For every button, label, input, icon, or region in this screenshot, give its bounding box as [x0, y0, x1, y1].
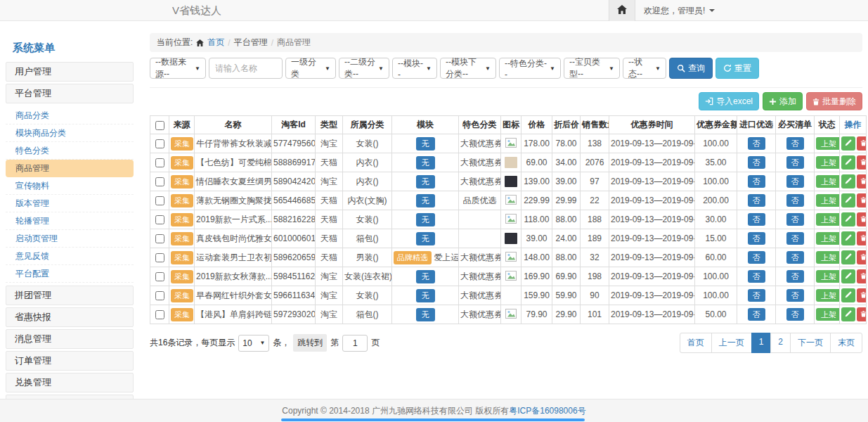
name-input[interactable] [209, 58, 283, 79]
module-badge[interactable]: 无 [416, 194, 435, 207]
jump-button[interactable]: 跳转到 [293, 334, 327, 352]
data-source-select[interactable]: --数据来源--▼ [150, 58, 206, 79]
page-button[interactable]: 首页 [680, 333, 712, 353]
import-select-toggle[interactable]: 否 [748, 308, 765, 321]
module-badge[interactable]: 无 [416, 137, 435, 151]
module-badge[interactable]: 无 [416, 156, 435, 170]
import-select-toggle[interactable]: 否 [748, 270, 765, 283]
status-toggle[interactable]: 上架 [816, 194, 840, 207]
edit-button[interactable] [841, 288, 855, 302]
add-button[interactable]: 添加 [763, 92, 803, 110]
import-select-toggle[interactable]: 否 [748, 289, 765, 302]
delete-button[interactable] [857, 212, 867, 226]
module-badge[interactable]: 无 [416, 175, 435, 188]
import-select-toggle[interactable]: 否 [748, 194, 765, 207]
delete-button[interactable] [857, 155, 867, 170]
must-buy-toggle[interactable]: 否 [786, 156, 804, 169]
must-buy-toggle[interactable]: 否 [786, 270, 804, 283]
status-toggle[interactable]: 上架 [816, 156, 840, 169]
import-select-toggle[interactable]: 否 [748, 175, 765, 188]
page-button[interactable]: 1 [751, 333, 772, 353]
level2-category-select[interactable]: --二级分类--▼ [339, 58, 389, 79]
status-toggle[interactable]: 上架 [816, 308, 840, 321]
sidebar-group[interactable]: 平台管理 [6, 84, 134, 103]
sidebar-item[interactable]: 特色分类 [6, 142, 134, 160]
status-toggle[interactable]: 上架 [816, 289, 840, 302]
status-toggle[interactable]: 上架 [816, 251, 840, 264]
sidebar-group[interactable]: 用户管理 [6, 62, 134, 82]
sidebar-item[interactable]: 商品分类 [6, 107, 134, 124]
reset-button[interactable]: 重置 [715, 58, 759, 79]
edit-button[interactable] [841, 250, 855, 264]
status-toggle[interactable]: 上架 [816, 137, 840, 150]
select-all-checkbox[interactable] [155, 121, 164, 130]
row-checkbox[interactable] [155, 177, 164, 186]
module-sub-category-select[interactable]: --模块下分类--▼ [440, 58, 496, 79]
bulk-delete-button[interactable]: 批量删除 [806, 92, 862, 110]
delete-button[interactable] [857, 174, 867, 188]
import-select-toggle[interactable]: 否 [748, 232, 765, 245]
import-select-toggle[interactable]: 否 [748, 251, 765, 264]
level1-category-select[interactable]: 一级分类▼ [285, 58, 336, 79]
item-type-select[interactable]: --宝贝类型--▼ [564, 58, 620, 79]
status-select[interactable]: --状态--▼ [623, 58, 666, 79]
edit-button[interactable] [841, 193, 855, 207]
home-button[interactable] [609, 0, 635, 21]
row-checkbox[interactable] [155, 196, 164, 205]
module-badge[interactable]: 无 [416, 213, 435, 226]
must-buy-toggle[interactable]: 否 [786, 175, 804, 188]
module-badge[interactable]: 无 [416, 232, 435, 245]
import-select-toggle[interactable]: 否 [748, 213, 765, 226]
sidebar-group[interactable]: 拼团管理 [6, 286, 134, 305]
page-button[interactable]: 下一页 [790, 333, 831, 353]
edit-button[interactable] [841, 212, 855, 226]
sidebar-item[interactable]: 启动页管理 [6, 230, 134, 248]
jump-page-input[interactable] [342, 335, 368, 352]
status-toggle[interactable]: 上架 [816, 232, 840, 245]
row-checkbox[interactable] [155, 310, 164, 319]
sidebar-item[interactable]: 意见反馈 [6, 248, 134, 265]
breadcrumb-home-link[interactable]: 首页 [207, 37, 224, 49]
module-badge[interactable]: 无 [416, 308, 435, 321]
sidebar-item[interactable]: 模块商品分类 [6, 124, 134, 142]
must-buy-toggle[interactable]: 否 [786, 137, 804, 150]
module-select[interactable]: --模块--▼ [392, 58, 437, 79]
import-excel-button[interactable]: 导入excel [699, 92, 759, 110]
user-menu[interactable]: 欢迎您，管理员! [635, 0, 723, 21]
sidebar-item[interactable]: 宣传物料 [6, 177, 134, 195]
delete-button[interactable] [857, 250, 867, 264]
edit-button[interactable] [841, 174, 855, 188]
page-button[interactable]: 上一页 [711, 333, 752, 353]
must-buy-toggle[interactable]: 否 [786, 194, 804, 207]
edit-button[interactable] [841, 231, 855, 245]
edit-button[interactable] [841, 269, 855, 283]
feature-category-select[interactable]: --特色分类--▼ [499, 58, 561, 79]
sidebar-group[interactable]: 消息管理 [6, 329, 134, 349]
row-checkbox[interactable] [155, 139, 164, 148]
sidebar-group[interactable]: 省惠快报 [6, 307, 134, 327]
icp-link[interactable]: 粤ICP备16098006号 [509, 406, 585, 416]
module-badge[interactable]: 品牌精选 [394, 251, 432, 264]
search-button[interactable]: 查询 [669, 58, 713, 79]
import-select-toggle[interactable]: 否 [748, 137, 765, 150]
status-toggle[interactable]: 上架 [816, 175, 840, 188]
must-buy-toggle[interactable]: 否 [786, 213, 804, 226]
must-buy-toggle[interactable]: 否 [786, 308, 804, 321]
horizontal-scrollbar-thumb[interactable] [281, 418, 585, 421]
page-button[interactable]: 2 [770, 333, 791, 353]
row-checkbox[interactable] [155, 234, 164, 243]
row-checkbox[interactable] [155, 215, 164, 224]
delete-button[interactable] [857, 193, 867, 207]
delete-button[interactable] [857, 288, 867, 302]
must-buy-toggle[interactable]: 否 [786, 289, 804, 302]
delete-button[interactable] [857, 269, 867, 283]
edit-button[interactable] [841, 155, 855, 170]
edit-button[interactable] [841, 136, 855, 151]
sidebar-item[interactable]: 商品管理 [6, 160, 134, 177]
must-buy-toggle[interactable]: 否 [786, 232, 804, 245]
must-buy-toggle[interactable]: 否 [786, 251, 804, 264]
module-badge[interactable]: 无 [416, 270, 435, 283]
edit-button[interactable] [841, 307, 855, 321]
status-toggle[interactable]: 上架 [816, 270, 840, 283]
sidebar-item[interactable]: 平台配置 [6, 265, 134, 283]
